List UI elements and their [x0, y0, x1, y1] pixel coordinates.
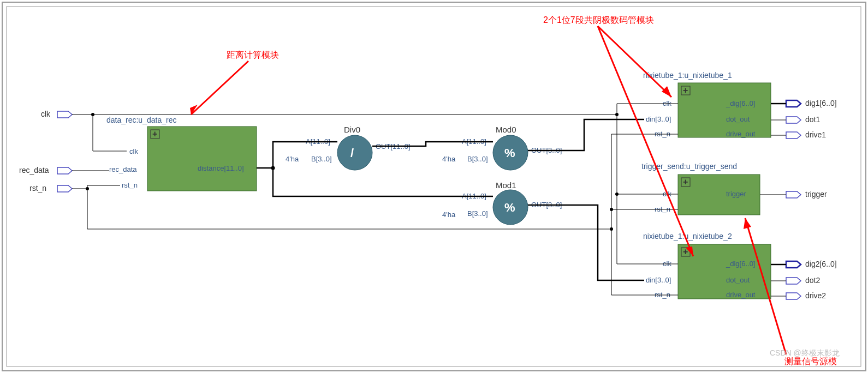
- data-rec-rst-n: rst_n: [122, 181, 138, 189]
- nixie1-dot: dot_out: [726, 115, 750, 123]
- svg-text:+: +: [683, 86, 688, 95]
- mod1-title: Mod1: [496, 181, 516, 190]
- output-dot1-label: dot1: [805, 115, 820, 124]
- block-nixie1: nixietube_1:u_nixietube_1 + clk din[3..0…: [643, 71, 771, 138]
- div0-b: B[3..0]: [311, 155, 332, 163]
- arrow-nixie1: [598, 26, 671, 97]
- svg-point-19: [610, 208, 613, 211]
- mod0-b: B[3..0]: [467, 155, 488, 163]
- svg-marker-23: [662, 86, 671, 97]
- mod1-op: %: [504, 201, 515, 214]
- nixie2-title: nixietube_1:u_nixietube_2: [643, 232, 732, 240]
- svg-point-20: [610, 227, 613, 231]
- svg-rect-6: [678, 83, 771, 137]
- svg-text:+: +: [683, 177, 688, 186]
- data-rec-distance: distance[11..0]: [198, 164, 244, 172]
- output-dot2-pin: dot2: [786, 276, 820, 285]
- input-rec-data-pin: rec_data: [19, 166, 72, 175]
- output-dig2-label: dig2[6..0]: [805, 260, 837, 268]
- nixie1-drive: drive_out: [726, 130, 756, 138]
- div0-const: 4'ha: [286, 155, 299, 163]
- mod0-title: Mod0: [496, 125, 516, 134]
- div0-op: /: [350, 146, 354, 160]
- output-drive1-label: drive1: [805, 130, 826, 139]
- svg-point-18: [86, 187, 89, 190]
- wire-clk-trigger: [617, 115, 678, 194]
- nixie2-dot: dot_out: [726, 276, 750, 284]
- svg-point-21: [271, 166, 275, 170]
- wire-clk-main: [72, 104, 678, 115]
- div0-title: Div0: [344, 125, 360, 134]
- output-drive2-pin: drive2: [786, 291, 826, 300]
- block-trigger-send: trigger_send:u_trigger_send + clk rst_n …: [641, 162, 760, 215]
- output-trigger-pin: trigger: [786, 190, 827, 198]
- output-dot1-pin: dot1: [786, 115, 820, 124]
- output-dot2-label: dot2: [805, 276, 820, 285]
- block-div0: Div0 / A[11..0] B[3..0] 4'ha OUT[11..0]: [286, 125, 411, 170]
- output-trigger-label: trigger: [805, 190, 827, 198]
- nixie2-drive: drive_out: [726, 291, 756, 299]
- mod1-b: B[3..0]: [467, 209, 488, 218]
- wire-distance-mod1: [273, 168, 493, 196]
- input-rst-n-pin: rst_n: [29, 184, 72, 192]
- block-mod0: Mod0 % A[11..0] B[3..0] 4'ha OUT[3..0]: [442, 125, 562, 170]
- svg-point-3: [337, 135, 372, 170]
- input-rst-n-label: rst_n: [29, 184, 46, 192]
- svg-text:+: +: [152, 129, 157, 139]
- mod0-const: 4'ha: [442, 155, 456, 163]
- svg-point-16: [615, 113, 619, 116]
- svg-marker-25: [744, 218, 751, 229]
- input-rec-data-label: rec_data: [19, 166, 49, 175]
- annotation-distance: 距离计算模块: [227, 50, 279, 59]
- annotation-trigger: 测量信号源模: [784, 357, 837, 366]
- output-drive2-label: drive2: [805, 291, 826, 300]
- trigger-out: trigger: [726, 190, 747, 198]
- nixie2-dig: _dig[6..0]: [726, 260, 756, 268]
- mod0-op: %: [504, 146, 515, 160]
- input-clk-label: clk: [41, 110, 51, 118]
- input-clk-pin: clk: [41, 110, 72, 118]
- wire-mod1-nixie2: [528, 205, 644, 280]
- output-dig1-label: dig1[6..0]: [805, 99, 837, 107]
- output-dig1-pin: dig1[6..0]: [786, 99, 837, 107]
- nixie2-din: din[3..0]: [646, 276, 671, 284]
- block-mod1: Mod1 % A[11..0] B[3..0] 4'ha OUT[3..0]: [442, 181, 562, 225]
- nixie1-dig: _dig[6..0]: [726, 99, 756, 107]
- watermark: CSDN @终极末影龙: [770, 348, 840, 357]
- output-dig2-pin: dig2[6..0]: [786, 260, 837, 268]
- svg-point-17: [615, 192, 619, 196]
- annotation-nixie: 2个1位7段共阴极数码管模块: [543, 15, 654, 25]
- wire-rst-n-datarec: [72, 185, 120, 189]
- diagram-canvas: clk rec_data rst_n data_rec:u_data_rec +…: [0, 0, 868, 373]
- block-data-rec: data_rec:u_data_rec + clk rec_data rst_n…: [106, 116, 257, 191]
- svg-rect-0: [147, 127, 257, 191]
- output-drive1-pin: drive1: [786, 130, 826, 139]
- data-rec-clk: clk: [129, 147, 138, 155]
- data-rec-title: data_rec:u_data_rec: [106, 116, 176, 124]
- mod1-const: 4'ha: [442, 210, 456, 219]
- arrow-distance: [191, 61, 248, 115]
- data-rec-rec-data: rec_data: [109, 165, 137, 173]
- arrow-nixie2: [598, 26, 693, 256]
- nixie1-title: nixietube_1:u_nixietube_1: [643, 71, 732, 80]
- nixie1-din: din[3..0]: [646, 115, 671, 123]
- svg-point-15: [91, 113, 94, 116]
